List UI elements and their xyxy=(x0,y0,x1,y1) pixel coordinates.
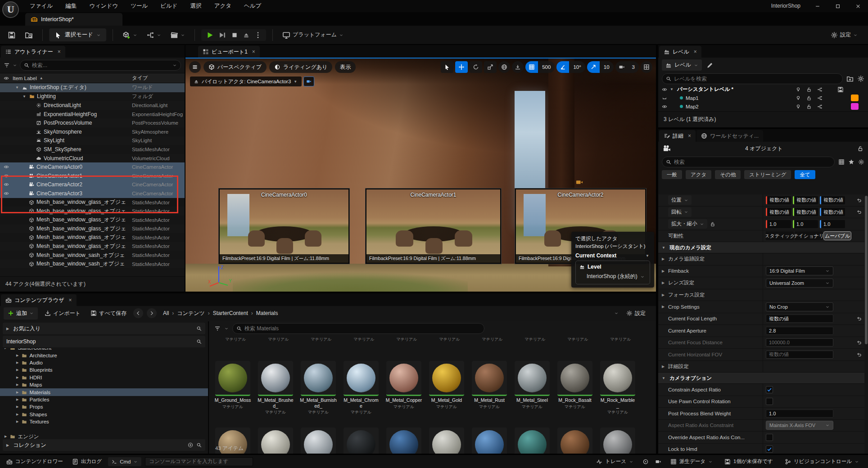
outliner-row[interactable]: ExponentialHeightFogExponentialHeightFog xyxy=(0,110,185,119)
add-collection-icon[interactable] xyxy=(188,442,193,448)
folder-maps[interactable]: ▶Maps xyxy=(0,381,208,388)
vector-value-y[interactable]: 複数の値 xyxy=(793,208,818,216)
grid-snap-control[interactable]: 500 xyxy=(525,61,555,73)
display-options-icon[interactable] xyxy=(838,159,845,165)
expander-icon[interactable]: ▶ xyxy=(16,391,18,394)
outliner-row[interactable]: CineCameraActor3CineCameraActor xyxy=(0,189,185,198)
play-options-icon[interactable] xyxy=(254,32,262,39)
asset-tile-clipped[interactable] xyxy=(257,428,294,454)
asset-tile[interactable]: M_Rock_Marble_マテリアル xyxy=(599,361,636,415)
settings-dropdown[interactable]: 設定 xyxy=(827,29,861,41)
folder-props[interactable]: ▶Props xyxy=(0,403,208,410)
outliner-row[interactable]: Mesh_base_window_glass_オブジェStaticMeshAct… xyxy=(0,216,185,225)
close-button[interactable] xyxy=(848,0,868,12)
outliner-row[interactable]: Mesh_base_window_glass_オブジェStaticMeshAct… xyxy=(0,207,185,216)
asset-tile[interactable]: M_Metal_Goldマテリアル xyxy=(428,361,465,410)
chevron-down-icon[interactable] xyxy=(172,63,177,68)
search-icon[interactable] xyxy=(196,326,202,331)
close-tab-icon[interactable]: × xyxy=(69,297,72,303)
outliner-row[interactable]: VolumetricCloudVolumetricCloud xyxy=(0,154,185,163)
folder-audio[interactable]: ▶Audio xyxy=(0,359,208,366)
level-color-swatch[interactable] xyxy=(851,94,859,101)
platforms-dropdown[interactable]: プラットフォーム xyxy=(279,29,347,41)
save-button[interactable] xyxy=(5,29,19,41)
expander-icon[interactable]: ▶ xyxy=(16,376,18,379)
level-row[interactable]: Map2 xyxy=(658,102,868,111)
expander-icon[interactable]: ▼ xyxy=(15,86,19,90)
expander-icon[interactable]: ▶ xyxy=(5,435,7,438)
expander-icon[interactable]: ▶ xyxy=(6,443,9,447)
filter-icon[interactable] xyxy=(214,325,221,332)
search-icon[interactable] xyxy=(196,339,202,344)
content-settings-button[interactable]: 設定 xyxy=(623,307,649,320)
outliner-row[interactable]: Mesh_base_window_glass_オブジェStaticMeshAct… xyxy=(0,225,185,234)
filter-chip-1[interactable]: アクタ xyxy=(686,170,711,179)
save-level-icon[interactable] xyxy=(837,86,844,93)
outliner-row[interactable]: SkyLightSkyLight xyxy=(0,136,185,145)
segment-option[interactable]: ステイショナリー xyxy=(795,231,823,240)
details-scrollbar[interactable] xyxy=(865,196,868,344)
property-dropdown[interactable]: No Crop xyxy=(766,302,833,311)
outliner-row[interactable]: PostProcessVolumePostProcessVolume xyxy=(0,118,185,127)
folder-startercontent[interactable]: ▶StarterContent xyxy=(0,348,208,351)
revision-control-dropdown[interactable]: リビジョンコントロール xyxy=(782,456,862,467)
vector-value-z[interactable]: 1.0 xyxy=(820,220,845,228)
level-row[interactable]: Map1 xyxy=(658,94,868,102)
content-drawer-button[interactable]: コンテンツドロワー xyxy=(4,456,66,467)
rotate-tool-button[interactable] xyxy=(470,61,482,73)
reset-to-default[interactable] xyxy=(854,352,864,357)
outliner-row[interactable]: CineCameraActor1CineCameraActor xyxy=(0,171,185,180)
reset-to-default[interactable] xyxy=(854,198,864,203)
cine-camera-actor-gizmo[interactable] xyxy=(575,178,583,186)
filter-chip-2[interactable]: その他 xyxy=(715,170,741,179)
maximize-viewport-button[interactable] xyxy=(641,61,652,73)
collections-section[interactable]: ▶ コレクション xyxy=(3,439,205,451)
asset-tile[interactable]: M_Metal_Steelマテリアル xyxy=(514,361,551,410)
gear-icon[interactable] xyxy=(858,159,864,165)
world-local-toggle[interactable] xyxy=(498,61,510,73)
property-checkbox[interactable] xyxy=(766,446,773,453)
menu-item-4[interactable]: ビルド xyxy=(156,1,182,11)
segment-option[interactable]: スタティック xyxy=(766,231,794,240)
favorites-section[interactable]: ▶ お気に入り xyxy=(3,323,205,334)
axis-list-dropdown[interactable]: 回転 xyxy=(668,207,692,217)
move-tool-button[interactable] xyxy=(455,61,468,73)
property-dropdown[interactable]: 16:9 Digital Film xyxy=(766,266,833,275)
chevron-down-icon[interactable] xyxy=(224,326,229,331)
filter-chip-0[interactable]: 一般 xyxy=(662,170,682,179)
asset-tab-interiorshop[interactable]: InteriorShop* xyxy=(25,13,122,26)
surface-snapping-button[interactable] xyxy=(512,61,524,73)
reset-to-default[interactable] xyxy=(854,209,864,215)
outliner-row[interactable]: Mesh_base_window_glass_オブジェStaticMeshAct… xyxy=(0,233,185,242)
tab-levels[interactable]: レベル × xyxy=(659,46,701,58)
visibility-toggle[interactable] xyxy=(0,173,13,179)
reset-to-default[interactable] xyxy=(854,340,864,345)
expander-icon[interactable]: ▶ xyxy=(16,383,18,387)
show-dropdown[interactable]: 表示 xyxy=(335,61,356,73)
menu-item-7[interactable]: ヘルプ xyxy=(240,1,266,11)
asset-tile-clipped[interactable] xyxy=(599,428,636,454)
outliner-search-input[interactable]: 検索... xyxy=(20,60,181,71)
asset-tile[interactable]: M_Ground_Mossマテリアル xyxy=(214,361,251,410)
expander-icon[interactable]: ▶ xyxy=(662,293,668,297)
outliner-row[interactable]: SM_SkySphereStaticMeshActor xyxy=(0,145,185,154)
scale-snap-control[interactable]: 10 xyxy=(587,61,614,73)
reset-to-default[interactable] xyxy=(854,316,864,321)
forward-button[interactable] xyxy=(147,308,157,318)
asset-tile-clipped[interactable] xyxy=(471,428,508,454)
expander-icon[interactable]: ▶ xyxy=(16,413,18,416)
outliner-row[interactable]: SkyAtmosphereSkyAtmosphere xyxy=(0,127,185,136)
vector-value-x[interactable]: 1.0 xyxy=(766,220,791,228)
folder-particles[interactable]: ▶Particles xyxy=(0,396,208,403)
property-dropdown[interactable]: Maintain X-Axis FOV xyxy=(766,421,833,430)
section-header[interactable]: ▼カメラオプション xyxy=(658,373,864,384)
asset-tile[interactable]: M_Metal_Brushed_マテリアル xyxy=(257,361,294,415)
close-tab-icon[interactable]: × xyxy=(688,133,691,139)
select-tool-button[interactable] xyxy=(441,61,453,73)
editor-mode-dropdown[interactable]: 選択モード xyxy=(49,28,106,41)
asset-tile-clipped[interactable] xyxy=(300,428,337,454)
asset-tile[interactable]: M_Metal_Rustマテリアル xyxy=(471,361,508,410)
vector-value-y[interactable]: 複数の値 xyxy=(793,196,818,204)
level-color-swatch[interactable] xyxy=(851,103,859,110)
expander-icon[interactable]: ▶ xyxy=(662,281,668,285)
